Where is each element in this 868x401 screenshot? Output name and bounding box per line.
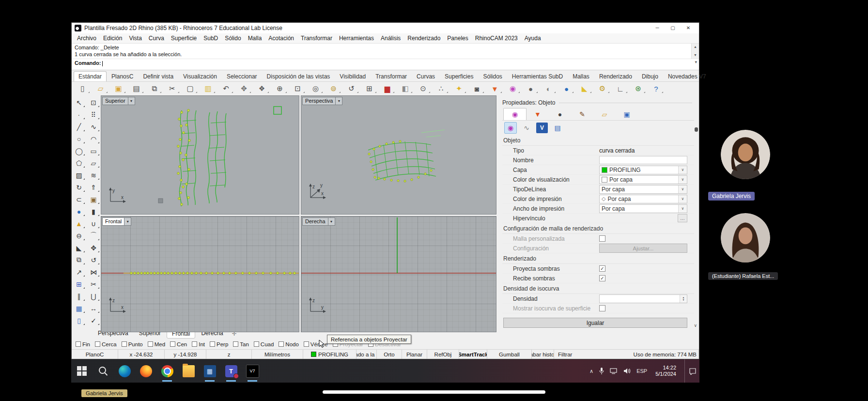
surface-corner-icon[interactable]: ▨: [72, 169, 86, 181]
help-icon[interactable]: ?: [647, 83, 665, 94]
malla-personalizada-checkbox[interactable]: [599, 235, 605, 242]
toolbar-tab[interactable]: PlanosC: [107, 71, 138, 81]
ellipse-icon[interactable]: ◯: [72, 145, 86, 157]
viewport-superior[interactable]: Superior ▼ y x: [101, 95, 299, 215]
status-cell[interactable]: RefObj: [427, 350, 459, 359]
pen-tab-icon[interactable]: ✎: [571, 108, 593, 120]
chevron-down-icon[interactable]: ∨: [678, 166, 687, 174]
checkbox-icon[interactable]: [304, 341, 309, 347]
menu-item[interactable]: Herramientas: [336, 34, 377, 43]
taskbar-search[interactable]: [93, 359, 114, 383]
toolbar-tab[interactable]: Superficies: [440, 71, 478, 81]
densidad-input[interactable]: ▲▼: [599, 294, 687, 303]
chevron-down-icon[interactable]: ∨: [678, 185, 687, 193]
zoom-extents-icon[interactable]: ⊚: [325, 83, 342, 94]
panel-collapse-icon[interactable]: ∨: [694, 323, 697, 328]
osnap-toggle[interactable]: Cen: [170, 341, 187, 347]
osnap-toggle[interactable]: Med: [148, 341, 165, 347]
viewport-menu-icon[interactable]: ▼: [128, 97, 135, 105]
chamfer-icon[interactable]: ◣: [72, 242, 86, 254]
lock-icon[interactable]: ◙: [468, 83, 486, 94]
rotate-view-icon[interactable]: ❖: [253, 83, 271, 94]
toolbar-tab[interactable]: Disposición de las vistas: [262, 71, 335, 81]
viewport-label-frontal[interactable]: Frontal: [102, 217, 124, 226]
mostrar-isocurva-checkbox[interactable]: [599, 305, 605, 311]
menu-item[interactable]: Paneles: [444, 34, 471, 43]
group-icon[interactable]: ▦: [72, 302, 86, 314]
viewport-menu-icon[interactable]: ▼: [124, 217, 131, 226]
status-cell[interactable]: Planar: [402, 350, 427, 359]
scroll-down-icon[interactable]: ▼: [694, 52, 697, 59]
network-display-icon[interactable]: [610, 368, 618, 374]
proyecta-sombras-checkbox[interactable]: ✓: [599, 265, 605, 272]
status-cell[interactable]: Uso de memoria: 774 MB: [632, 350, 699, 359]
menu-item[interactable]: Vista: [125, 34, 145, 43]
toolbar-tab[interactable]: Definir vista: [138, 71, 178, 81]
toolbar-tab[interactable]: Visibilidad: [335, 71, 371, 81]
menu-item[interactable]: SubD: [200, 34, 221, 43]
nombre-input[interactable]: [599, 156, 687, 164]
select-window-icon[interactable]: ⊡: [86, 96, 101, 108]
copy-objects-icon[interactable]: ⧉: [72, 254, 86, 266]
command-scrollbar[interactable]: ▲ ▼: [691, 44, 699, 59]
revolve-icon[interactable]: ↻: [72, 181, 86, 193]
ellipsis-button[interactable]: …: [678, 214, 687, 222]
cylinder-icon[interactable]: ▮: [86, 205, 101, 217]
status-cell[interactable]: Gumball: [487, 350, 532, 359]
scroll-up-icon[interactable]: ▲: [694, 44, 697, 50]
status-cell[interactable]: Orto: [377, 350, 402, 359]
cone-icon[interactable]: ▲: [72, 217, 86, 230]
status-cell[interactable]: Milímetros: [252, 350, 303, 359]
taskbar-clock[interactable]: 14:22 5/1/2024: [652, 365, 679, 377]
curve-piping-icon[interactable]: ∿: [521, 123, 532, 133]
pan-hand-icon[interactable]: ✥: [235, 83, 253, 94]
viewport-menu-icon[interactable]: ▼: [328, 217, 335, 226]
status-cell[interactable]: SmartTrack: [459, 350, 487, 359]
save-icon[interactable]: ▣: [109, 83, 127, 94]
cplane-icon[interactable]: ⊙: [414, 83, 432, 94]
osnap-toggle[interactable]: Cuad: [254, 341, 274, 347]
boolean-difference-icon[interactable]: ⊖: [72, 230, 86, 242]
vray-tab-icon[interactable]: ▼: [527, 108, 549, 120]
minimize-button[interactable]: ─: [650, 23, 665, 33]
object-color-icon[interactable]: ◉: [504, 122, 517, 134]
cut-icon[interactable]: ✂: [163, 83, 181, 94]
vray-object-icon[interactable]: V: [536, 123, 548, 133]
firefox-icon[interactable]: [135, 359, 156, 383]
checkbox-icon[interactable]: [148, 341, 153, 347]
paste-icon[interactable]: ▥: [199, 83, 217, 94]
close-button[interactable]: ✕: [681, 23, 696, 33]
point-cloud-icon[interactable]: ⠿: [86, 108, 101, 121]
zoom-selected-icon[interactable]: ◎: [307, 83, 325, 94]
viewport-label-superior[interactable]: Superior: [102, 97, 128, 105]
car-icon[interactable]: ▆: [378, 83, 396, 94]
box-icon[interactable]: ▣: [86, 193, 101, 205]
undo-view-icon[interactable]: ↺: [342, 83, 360, 94]
axis-widget-icon[interactable]: ∟: [611, 83, 629, 94]
participant-video-1[interactable]: [721, 130, 770, 179]
properties-object-tab-icon[interactable]: ◉: [503, 108, 527, 120]
vray-cone-icon[interactable]: ▼: [486, 83, 504, 94]
toolbar-tab[interactable]: Renderizado: [594, 71, 637, 81]
file-explorer-icon[interactable]: [178, 359, 199, 383]
rotate-icon[interactable]: ↺: [86, 254, 101, 266]
polygon-icon[interactable]: ⬠: [72, 157, 86, 169]
checkbox-icon[interactable]: [279, 341, 284, 347]
remote-app-icon[interactable]: [199, 359, 220, 383]
menu-item[interactable]: Análisis: [377, 34, 404, 43]
status-cell[interactable]: z: [206, 350, 252, 359]
menu-item[interactable]: Superficie: [168, 34, 200, 43]
pipe-icon[interactable]: ⊂: [72, 193, 86, 205]
ancho-impresion-select[interactable]: Por capa ∨: [599, 204, 687, 213]
checkbox-icon[interactable]: [254, 341, 259, 347]
osnap-toggle[interactable]: Int: [192, 341, 205, 347]
toolbar-tab[interactable]: Sólidos: [478, 71, 507, 81]
notebook-icon[interactable]: ▯: [72, 314, 86, 326]
toolbar-tab[interactable]: Dibujo: [637, 71, 663, 81]
call-control-bar[interactable]: [323, 390, 545, 394]
chevron-down-icon[interactable]: ∨: [678, 205, 687, 213]
menu-item[interactable]: Edición: [100, 34, 125, 43]
participant-video-2[interactable]: [721, 213, 770, 262]
lightbulb-icon[interactable]: ✦: [450, 83, 468, 94]
microphone-icon[interactable]: [599, 367, 604, 375]
